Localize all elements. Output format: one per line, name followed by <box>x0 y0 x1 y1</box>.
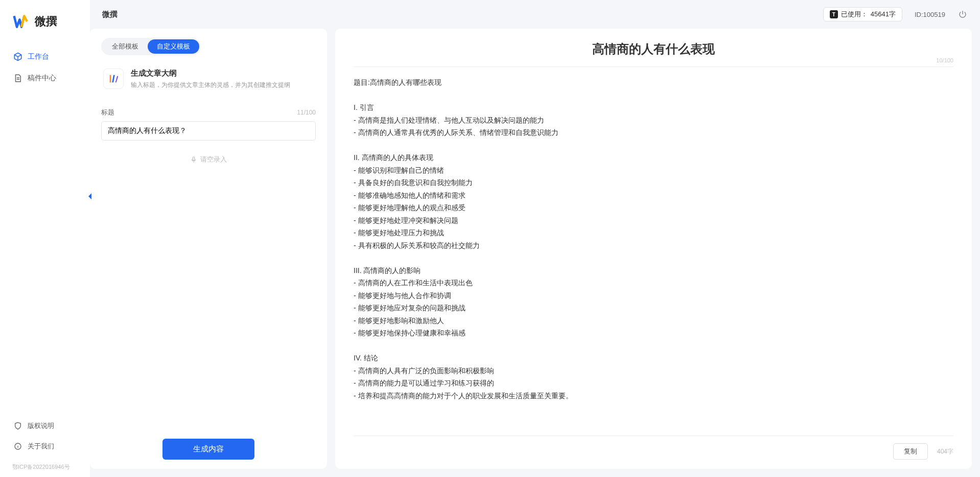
right-panel: 高情商的人有什么表现 10/100 题目:高情商的人有哪些表现 I. 引言 - … <box>335 29 972 469</box>
logo: 微撰 <box>0 12 90 47</box>
voice-input-hint[interactable]: 请空录入 <box>101 155 316 164</box>
sidebar-item-drafts[interactable]: 稿件中心 <box>6 69 84 88</box>
sidebar-collapse-handle[interactable] <box>86 190 94 202</box>
template-name: 生成文章大纲 <box>131 69 290 78</box>
sidebar-item-copyright[interactable]: 版权说明 <box>6 416 84 436</box>
icp-text: 鄂ICP备2022016946号 <box>0 460 90 477</box>
title-label: 标题 <box>101 108 114 117</box>
template-desc: 输入标题，为你提供文章主体的灵感，并为其创建推文提纲 <box>131 80 290 89</box>
usage-prefix: 已使用： <box>841 10 868 19</box>
sidebar-bottom: 版权说明 关于我们 <box>0 416 90 460</box>
usage-value: 45641字 <box>871 10 896 19</box>
main: 微撰 T 已使用： 45641字 ID:100519 全部模板 自定义模板 <box>90 0 980 477</box>
output-header: 高情商的人有什么表现 10/100 <box>354 41 953 67</box>
title-input[interactable] <box>101 121 316 141</box>
power-button[interactable] <box>958 9 968 19</box>
left-panel: 全部模板 自定义模板 生成文章大纲 输入标题，为你提供文章主体的灵感，并为其创建… <box>90 29 327 469</box>
sidebar-item-about[interactable]: 关于我们 <box>6 437 84 456</box>
user-id: ID:100519 <box>915 11 945 18</box>
sidebar: 微撰 工作台 稿件中心 版权说 <box>0 0 90 477</box>
microphone-icon <box>190 156 197 163</box>
char-count: 404字 <box>937 447 953 456</box>
cube-icon <box>13 52 22 61</box>
output-title-counter: 10/100 <box>936 57 953 63</box>
output-title: 高情商的人有什么表现 <box>354 41 953 57</box>
shield-icon <box>13 421 22 430</box>
topbar: 微撰 T 已使用： 45641字 ID:100519 <box>90 0 980 29</box>
output-footer: 复制 404字 <box>354 436 953 460</box>
topbar-right: T 已使用： 45641字 ID:100519 <box>823 7 968 21</box>
template-info: 生成文章大纲 输入标题，为你提供文章主体的灵感，并为其创建推文提纲 <box>131 69 290 89</box>
tab-all-templates[interactable]: 全部模板 <box>103 39 148 54</box>
sidebar-nav: 工作台 稿件中心 <box>0 47 90 88</box>
app-root: 微撰 工作台 稿件中心 版权说 <box>0 0 980 477</box>
voice-input-label: 请空录入 <box>200 155 227 164</box>
template-icon <box>103 69 124 89</box>
sidebar-item-label: 版权说明 <box>28 421 54 430</box>
template-card: 生成文章大纲 输入标题，为你提供文章主体的灵感，并为其创建推文提纲 <box>101 64 316 99</box>
info-icon <box>13 442 22 451</box>
usage-pill[interactable]: T 已使用： 45641字 <box>823 7 902 21</box>
copy-button[interactable]: 复制 <box>893 443 928 460</box>
svg-rect-1 <box>193 157 195 161</box>
title-counter: 11/100 <box>297 109 316 116</box>
logo-text: 微撰 <box>35 14 57 29</box>
generate-button[interactable]: 生成内容 <box>162 439 254 460</box>
sidebar-item-label: 稿件中心 <box>28 74 56 83</box>
page-title: 微撰 <box>102 10 118 19</box>
document-icon <box>13 74 22 83</box>
content: 全部模板 自定义模板 生成文章大纲 输入标题，为你提供文章主体的灵感，并为其创建… <box>90 29 980 477</box>
title-field-row: 标题 11/100 <box>101 108 316 117</box>
usage-icon: T <box>830 10 838 18</box>
tab-custom-templates[interactable]: 自定义模板 <box>148 39 199 54</box>
sidebar-item-label: 关于我们 <box>28 442 54 451</box>
output-body[interactable]: 题目:高情商的人有哪些表现 I. 引言 - 高情商是指人们处理情绪、与他人互动以… <box>354 76 953 402</box>
sidebar-item-label: 工作台 <box>28 52 49 61</box>
logo-icon <box>12 12 31 31</box>
sidebar-item-workspace[interactable]: 工作台 <box>6 47 84 66</box>
template-tabs: 全部模板 自定义模板 <box>101 38 201 55</box>
generate-wrap: 生成内容 <box>101 426 316 460</box>
